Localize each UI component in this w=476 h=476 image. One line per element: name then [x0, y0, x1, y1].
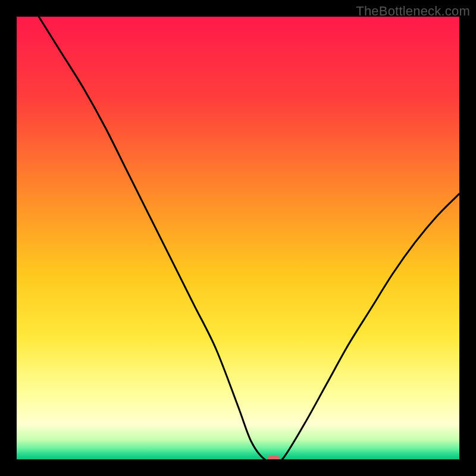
bottleneck-curve: [17, 17, 459, 459]
chart-container: TheBottleneck.com: [0, 0, 476, 476]
plot-area: [17, 17, 459, 459]
optimal-marker: [267, 456, 280, 459]
